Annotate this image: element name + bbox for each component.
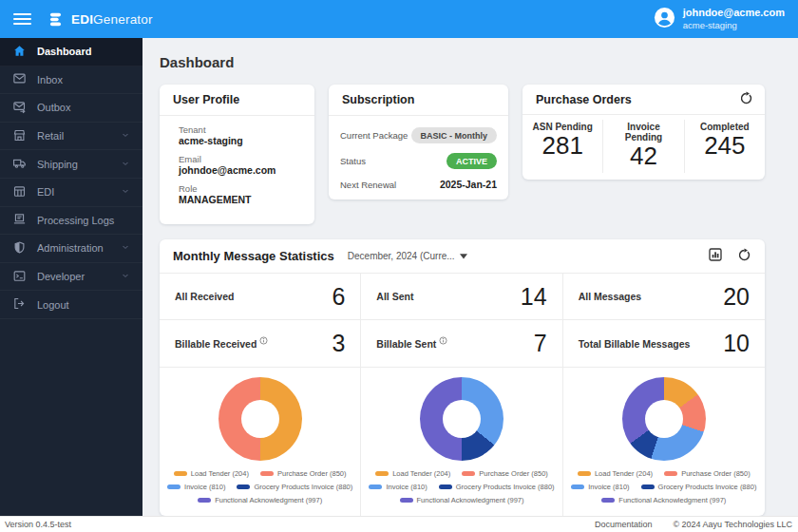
sidebar-item-edi[interactable]: EDI xyxy=(0,179,142,207)
home-icon xyxy=(12,44,27,60)
legend-item: Purchase Order (850) xyxy=(664,469,750,478)
stat-value: 6 xyxy=(332,283,345,311)
legend-item: Invoice (810) xyxy=(167,483,225,491)
chart-legend: Load Tender (204)Purchase Order (850)Inv… xyxy=(369,469,554,504)
chevron-down-icon xyxy=(121,242,130,254)
hamburger-menu-icon[interactable] xyxy=(13,13,31,26)
legend-swatch-icon xyxy=(167,484,180,489)
renewal-value: 2025-Jan-21 xyxy=(440,179,497,190)
sidebar-item-inbox[interactable]: Inbox xyxy=(0,66,142,95)
store-icon xyxy=(12,128,27,144)
stat-label-text: Billable Received xyxy=(175,338,256,350)
sidebar-item-label: EDI xyxy=(37,186,54,198)
legend-item: Grocery Products Invoice (880) xyxy=(439,483,555,491)
stat-label: Total Billable Messages xyxy=(579,338,691,350)
logs-icon xyxy=(12,212,27,228)
info-icon[interactable] xyxy=(259,335,268,347)
shield-icon xyxy=(12,240,27,256)
stat-label: Invoice Pending xyxy=(607,122,679,142)
sidebar-item-administration[interactable]: Administration xyxy=(0,235,142,263)
legend-label: Functional Acknowledgment (997) xyxy=(618,496,726,504)
bar-chart-icon xyxy=(708,247,723,265)
legend-item: Load Tender (204) xyxy=(375,469,450,478)
monthly-message-statistics-card: Monthly Message Statistics December, 202… xyxy=(160,239,765,516)
stat-value: 3 xyxy=(332,330,345,357)
sidebar-item-logout[interactable]: Logout xyxy=(0,291,142,319)
received-chart-column: Load Tender (204)Purchase Order (850)Inv… xyxy=(160,368,361,516)
edi-logo-icon xyxy=(47,10,65,28)
main-content: Dashboard User Profile Tenant acme-stagi… xyxy=(142,38,798,516)
user-tenant: acme-staging xyxy=(683,20,785,31)
field-value: MANAGEMENT xyxy=(179,194,303,205)
sidebar-item-label: Shipping xyxy=(37,159,78,170)
legend-item: Purchase Order (850) xyxy=(462,469,548,478)
legend-item: Purchase Order (850) xyxy=(260,469,347,478)
sidebar-item-developer[interactable]: Developer xyxy=(0,263,142,292)
stat-label: All Sent xyxy=(376,291,413,302)
billable-received-cell: Billable Received 3 xyxy=(160,320,361,367)
period-dropdown[interactable]: December, 2024 (Curre... xyxy=(348,251,467,261)
asn-pending-stat: ASN Pending 281 xyxy=(522,120,603,173)
refresh-icon xyxy=(739,91,753,108)
chevron-down-icon xyxy=(121,271,130,282)
documentation-link[interactable]: Documentation xyxy=(595,520,653,529)
received-donut-chart xyxy=(218,377,302,461)
legend-label: Grocery Products Invoice (880) xyxy=(658,483,757,491)
package-badge: BASIC - Monthly xyxy=(411,127,498,143)
sidebar-item-label: Administration xyxy=(37,242,104,254)
legend-label: Load Tender (204) xyxy=(595,469,653,478)
tenant-field: Tenant acme-staging xyxy=(179,124,303,146)
legend-swatch-icon xyxy=(369,484,382,489)
legend-label: Functional Acknowledgment (997) xyxy=(215,496,322,504)
refresh-button[interactable] xyxy=(737,248,751,265)
chart-legend: Load Tender (204)Purchase Order (850)Inv… xyxy=(571,469,757,504)
legend-swatch-icon xyxy=(237,484,250,489)
legend-swatch-icon xyxy=(375,471,389,476)
completed-stat: Completed 245 xyxy=(685,120,765,173)
billable-sent-cell: Billable Sent 7 xyxy=(361,320,562,367)
sidebar-item-retail[interactable]: Retail xyxy=(0,123,142,151)
outbox-envelope-icon xyxy=(12,100,27,116)
monthly-stats-title: Monthly Message Statistics xyxy=(173,249,334,263)
legend-label: Invoice (810) xyxy=(386,483,427,491)
purchase-orders-card: Purchase Orders ASN Pending 281 Invoice … xyxy=(522,85,765,180)
stat-label: Billable Sent xyxy=(376,338,447,350)
user-email: johndoe@acme.com xyxy=(683,7,785,20)
sidebar-item-shipping[interactable]: Shipping xyxy=(0,150,142,179)
legend-label: Invoice (810) xyxy=(184,483,225,491)
sidebar-item-label: Retail xyxy=(37,130,64,142)
stat-label: All Messages xyxy=(579,291,642,302)
all-messages-chart-column: Load Tender (204)Purchase Order (850)Inv… xyxy=(563,368,765,516)
caret-down-icon xyxy=(460,251,467,261)
purchase-orders-title: Purchase Orders xyxy=(536,93,632,106)
stat-value: 14 xyxy=(521,283,547,311)
info-icon[interactable] xyxy=(439,335,447,347)
refresh-button[interactable] xyxy=(739,91,753,108)
copyright-text: © 2024 Aayu Technologies LLC xyxy=(673,520,792,529)
sidebar-item-label: Inbox xyxy=(37,74,63,86)
stat-value: 10 xyxy=(723,330,750,357)
chevron-down-icon xyxy=(121,159,130,170)
app-logo[interactable]: EDIGenerator xyxy=(47,10,153,28)
user-menu[interactable]: johndoe@acme.com acme-staging xyxy=(654,7,785,32)
truck-icon xyxy=(12,156,27,172)
chart-legend: Load Tender (204)Purchase Order (850)Inv… xyxy=(167,469,352,504)
package-label: Current Package xyxy=(340,130,408,141)
sidebar-item-dashboard[interactable]: Dashboard xyxy=(0,38,142,66)
refresh-icon xyxy=(737,248,751,265)
inbox-envelope-icon xyxy=(12,71,27,87)
legend-swatch-icon xyxy=(462,471,475,476)
sidebar: Dashboard Inbox Outbox Retail Shipping E… xyxy=(0,38,142,516)
legend-item: Invoice (810) xyxy=(571,483,629,491)
legend-label: Load Tender (204) xyxy=(392,469,450,478)
sidebar-item-label: Developer xyxy=(37,271,85,282)
legend-label: Load Tender (204) xyxy=(191,469,249,478)
page-title: Dashboard xyxy=(160,54,765,70)
bar-chart-view-button[interactable] xyxy=(708,247,723,265)
stat-value: 42 xyxy=(607,142,679,171)
sidebar-item-processing-logs[interactable]: Processing Logs xyxy=(0,207,142,236)
sidebar-item-outbox[interactable]: Outbox xyxy=(0,94,142,123)
status-label: Status xyxy=(340,156,366,166)
legend-swatch-icon xyxy=(400,498,413,503)
legend-swatch-icon xyxy=(578,471,591,476)
